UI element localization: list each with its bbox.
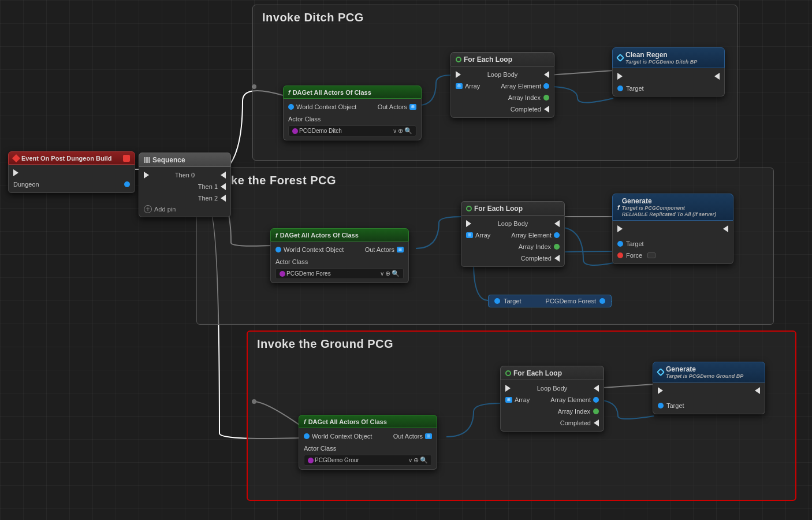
pin-exec-out xyxy=(13,169,18,176)
pin-array-idx-ground xyxy=(593,408,599,414)
function-icon-generate-forest: f xyxy=(617,204,620,211)
pin-out-actors: ⊞ xyxy=(409,104,416,110)
pin-array-elem-forest xyxy=(554,232,560,238)
pin-generate-exec-in-ground xyxy=(658,387,663,394)
pin-foreach-exec-in-ditch xyxy=(456,71,461,78)
node-forest-generate[interactable]: f Generate Target is PCGComponent RELIAB… xyxy=(612,194,733,264)
function-icon-ground: f xyxy=(304,418,306,425)
function-icon-forest: f xyxy=(275,232,278,239)
pin-then1 xyxy=(221,183,226,190)
pin-array-in-forest: ⊞ xyxy=(466,232,473,238)
pin-array-elem-ditch xyxy=(543,83,549,89)
pin-then0 xyxy=(221,172,226,179)
group-ground-title: Invoke the Ground PCG xyxy=(248,332,795,354)
pin-foreach-exec-in-forest xyxy=(466,220,471,227)
ground-class-value: PCGDemo Grour xyxy=(315,457,407,463)
pin-target-left xyxy=(494,298,500,304)
node-ground-generate[interactable]: Generate Target is PCGDemo Ground BP Tar… xyxy=(653,362,765,414)
pin-generate-exec-out-forest xyxy=(723,225,728,232)
completed-label-ditch: Completed xyxy=(511,106,541,113)
event-icon xyxy=(12,154,20,162)
pin-array-in-ditch: ⊞ xyxy=(456,83,463,89)
group-ditch-title: Invoke Ditch PCG xyxy=(253,5,737,28)
cleanregen-subtitle: Target is PCGDemo Ditch BP xyxy=(625,59,697,65)
pin-completed-ground xyxy=(594,419,599,426)
plus-class-icon: ⊕ xyxy=(398,127,403,135)
generate-icon-ground xyxy=(657,368,665,376)
forest-generate-label: Generate xyxy=(622,197,716,205)
dungeon-label: Dungeon xyxy=(13,181,39,188)
pin-actor-class-ditch xyxy=(292,128,298,134)
node-forest-foreach[interactable]: For Each Loop Loop Body ⊞ Array Array El… xyxy=(461,201,565,267)
loop-icon-ditch xyxy=(456,57,461,62)
event-indicator xyxy=(123,155,130,162)
out-actors-label: Out Actors xyxy=(378,103,407,110)
forest-getactors-label: DAGet All Actors Of Class xyxy=(280,232,359,239)
pin-then2 xyxy=(221,195,226,202)
pin-generate-force-forest xyxy=(617,252,623,258)
pin-loop-body-ditch xyxy=(544,71,549,78)
pin-cleanregen-exec-in xyxy=(617,73,623,80)
node-ground-foreach[interactable]: For Each Loop Loop Body ⊞ Array Array El… xyxy=(500,366,604,432)
sequence-label: Sequence xyxy=(152,156,185,164)
target-bar-right: PCGDemo Forest xyxy=(546,298,596,304)
node-ditch-getactors[interactable]: f DAGet All Actors Of Class World Contex… xyxy=(283,86,422,140)
add-pin-button[interactable]: + Add pin xyxy=(139,204,230,214)
pin-cleanregen-exec-out xyxy=(714,73,720,80)
node-ditch-cleanregen[interactable]: Clean Regen Target is PCGDemo Ditch BP T… xyxy=(612,47,725,96)
pin-world-context xyxy=(288,104,294,110)
pin-world-context-forest xyxy=(275,247,281,252)
pin-dungeon xyxy=(124,181,130,187)
event-label: Event On Post Dungeon Build xyxy=(21,155,111,162)
pin-generate-target-forest xyxy=(617,241,623,247)
then0-label: Then 0 xyxy=(175,172,195,179)
pin-target-right xyxy=(599,298,605,304)
chevron-icon: ∨ xyxy=(393,128,397,134)
add-pin-label: Add pin xyxy=(154,206,176,213)
pin-out-actors-ground: ⊞ xyxy=(425,433,432,439)
ditch-getactors-label: DAGet All Actors Of Class xyxy=(293,89,371,96)
target-bar-left: Target xyxy=(504,298,522,304)
forest-class-value: PCGDemo Fores xyxy=(286,270,379,277)
pin-array-in-ground: ⊞ xyxy=(505,397,512,403)
pin-loop-body-ground xyxy=(594,385,599,392)
group-forest-title: Invoke the Forest PCG xyxy=(197,168,773,191)
pin-generate-exec-out-ground xyxy=(755,387,760,394)
node-event[interactable]: Event On Post Dungeon Build Dungeon xyxy=(8,151,135,193)
forest-target-bar: Target PCGDemo Forest xyxy=(488,295,612,307)
loop-body-label-ditch: Loop Body xyxy=(487,71,518,78)
target-label-cleanregen: Target xyxy=(626,85,644,92)
pin-completed-forest xyxy=(554,255,560,262)
node-forest-getactors[interactable]: f DAGet All Actors Of Class World Contex… xyxy=(270,228,409,283)
array-elem-label-ditch: Array Element xyxy=(501,83,541,90)
pin-array-idx-forest xyxy=(554,244,560,250)
function-icon: f xyxy=(288,89,290,96)
forest-class-dropdown[interactable]: PCGDemo Fores ∨ ⊕ 🔍 xyxy=(275,268,404,279)
then1-label: Then 1 xyxy=(198,183,218,190)
force-checkbox[interactable] xyxy=(647,252,655,258)
pin-array-idx-ditch xyxy=(543,95,549,101)
node-ground-getactors[interactable]: f DAGet All Actors Of Class World Contex… xyxy=(299,415,437,470)
node-sequence[interactable]: Sequence Then 0 Then 1 Then 2 + Add pin xyxy=(139,153,231,217)
world-context-label: World Context Object xyxy=(296,103,356,110)
ditch-class-value: PCGDemo Ditch xyxy=(299,128,392,134)
pin-array-elem-ground xyxy=(593,397,599,403)
ditch-class-dropdown[interactable]: PCGDemo Ditch ∨ ⊕ 🔍 xyxy=(288,125,416,136)
pin-cleanregen-target xyxy=(617,86,623,91)
pin-seq-exec-in xyxy=(144,172,149,179)
plus-icon: + xyxy=(144,205,152,213)
node-ditch-foreach[interactable]: For Each Loop Loop Body ⊞ Array Array El… xyxy=(450,52,554,118)
pin-world-context-ground xyxy=(304,433,310,439)
ground-generate-label: Generate xyxy=(666,365,743,373)
pin-loop-body-forest xyxy=(554,220,560,227)
pin-foreach-exec-in-ground xyxy=(505,385,511,392)
ground-class-dropdown[interactable]: PCGDemo Grour ∨ ⊕ 🔍 xyxy=(304,455,432,466)
array-idx-label-ditch: Array Index xyxy=(508,94,541,101)
pin-actor-class-forest xyxy=(280,271,285,277)
ditch-foreach-label: For Each Loop xyxy=(464,55,512,64)
ground-getactors-label: DAGet All Actors Of Class xyxy=(308,418,387,425)
loop-icon-ground xyxy=(505,370,511,376)
pin-generate-target-ground xyxy=(658,403,664,408)
actor-class-label: Actor Class xyxy=(288,116,321,122)
sequence-icon xyxy=(144,157,150,163)
